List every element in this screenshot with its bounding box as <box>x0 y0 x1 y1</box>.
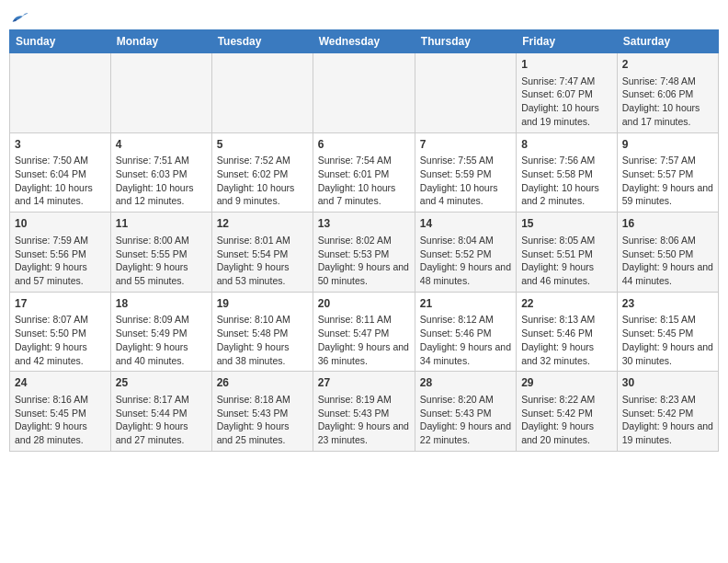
day-number: 16 <box>622 216 713 232</box>
day-number: 29 <box>521 375 612 391</box>
calendar-cell <box>313 53 415 133</box>
calendar-cell: 19Sunrise: 8:10 AMSunset: 5:48 PMDayligh… <box>211 292 313 372</box>
day-info-line: Sunrise: 8:06 AM <box>622 234 713 247</box>
day-number: 21 <box>420 296 511 312</box>
day-info-line: Sunset: 6:07 PM <box>521 87 612 101</box>
week-row-3: 10Sunrise: 7:59 AMSunset: 5:56 PMDayligh… <box>10 213 719 293</box>
calendar-cell: 7Sunrise: 7:55 AMSunset: 5:59 PMDaylight… <box>415 132 516 213</box>
logo <box>9 9 33 26</box>
day-info-line: Daylight: 9 hours and 27 minutes. <box>116 419 207 446</box>
day-number: 7 <box>420 137 511 153</box>
day-info-line: Daylight: 9 hours and 32 minutes. <box>521 340 612 367</box>
calendar-cell: 24Sunrise: 8:16 AMSunset: 5:45 PMDayligh… <box>10 372 111 452</box>
day-number: 22 <box>521 296 612 312</box>
day-info-line: Sunset: 5:45 PM <box>622 327 713 340</box>
day-info-line: Daylight: 9 hours and 28 minutes. <box>15 419 106 446</box>
day-info-line: Daylight: 9 hours and 36 minutes. <box>318 340 410 367</box>
day-header-thursday: Thursday <box>415 30 516 53</box>
calendar-cell: 27Sunrise: 8:19 AMSunset: 5:43 PMDayligh… <box>313 372 415 452</box>
calendar-cell: 16Sunrise: 8:06 AMSunset: 5:50 PMDayligh… <box>617 213 718 293</box>
calendar-cell: 10Sunrise: 7:59 AMSunset: 5:56 PMDayligh… <box>10 213 111 293</box>
day-info-line: Sunrise: 7:56 AM <box>521 154 612 167</box>
week-row-5: 24Sunrise: 8:16 AMSunset: 5:45 PMDayligh… <box>10 372 719 452</box>
day-info-line: Sunrise: 7:52 AM <box>217 154 308 167</box>
day-info-line: Sunrise: 7:59 AM <box>15 234 106 247</box>
day-info-line: Sunrise: 7:55 AM <box>420 154 511 167</box>
day-info-line: Sunset: 5:45 PM <box>15 407 106 420</box>
calendar-cell: 17Sunrise: 8:07 AMSunset: 5:50 PMDayligh… <box>10 292 111 372</box>
day-info-line: Daylight: 10 hours and 17 minutes. <box>622 101 713 128</box>
calendar-cell: 9Sunrise: 7:57 AMSunset: 5:57 PMDaylight… <box>617 132 718 213</box>
day-info-line: Daylight: 9 hours and 30 minutes. <box>622 340 713 367</box>
day-info-line: Sunrise: 8:04 AM <box>420 234 511 247</box>
calendar-cell: 5Sunrise: 7:52 AMSunset: 6:02 PMDaylight… <box>211 132 313 213</box>
calendar-cell: 4Sunrise: 7:51 AMSunset: 6:03 PMDaylight… <box>110 132 211 213</box>
day-info-line: Daylight: 9 hours and 59 minutes. <box>622 181 713 208</box>
day-info-line: Sunrise: 8:07 AM <box>15 313 106 327</box>
day-info-line: Sunset: 6:02 PM <box>217 167 308 181</box>
day-number: 14 <box>420 216 511 232</box>
calendar-cell: 20Sunrise: 8:11 AMSunset: 5:47 PMDayligh… <box>313 292 415 372</box>
day-info-line: Sunrise: 8:15 AM <box>622 313 713 327</box>
day-info-line: Daylight: 9 hours and 23 minutes. <box>318 419 410 446</box>
calendar-cell: 28Sunrise: 8:20 AMSunset: 5:43 PMDayligh… <box>415 372 516 452</box>
day-number: 18 <box>116 296 207 312</box>
day-info-line: Daylight: 9 hours and 25 minutes. <box>217 419 308 446</box>
day-info-line: Sunset: 5:59 PM <box>420 167 511 181</box>
day-number: 2 <box>622 57 713 73</box>
day-number: 8 <box>521 137 612 153</box>
day-info-line: Sunrise: 8:16 AM <box>15 393 106 407</box>
calendar-cell <box>415 53 516 133</box>
day-number: 28 <box>420 375 511 391</box>
day-info-line: Daylight: 9 hours and 38 minutes. <box>217 340 308 367</box>
day-info-line: Daylight: 10 hours and 7 minutes. <box>318 181 410 208</box>
day-info-line: Sunset: 6:06 PM <box>622 87 713 101</box>
day-header-saturday: Saturday <box>617 30 718 53</box>
day-info-line: Daylight: 9 hours and 19 minutes. <box>622 419 713 446</box>
day-info-line: Sunrise: 8:17 AM <box>116 393 207 407</box>
day-info-line: Sunset: 5:42 PM <box>521 407 612 420</box>
day-info-line: Sunrise: 8:20 AM <box>420 393 511 407</box>
day-info-line: Sunset: 5:49 PM <box>116 327 207 340</box>
day-info-line: Sunrise: 7:57 AM <box>622 154 713 167</box>
day-info-line: Sunrise: 8:00 AM <box>116 234 207 247</box>
day-info-line: Sunset: 5:44 PM <box>116 407 207 420</box>
day-info-line: Daylight: 9 hours and 48 minutes. <box>420 260 511 287</box>
calendar-cell: 14Sunrise: 8:04 AMSunset: 5:52 PMDayligh… <box>415 213 516 293</box>
day-info-line: Sunrise: 8:19 AM <box>318 393 410 407</box>
day-info-line: Sunset: 5:50 PM <box>622 247 713 261</box>
day-info-line: Daylight: 9 hours and 53 minutes. <box>217 260 308 287</box>
day-number: 11 <box>116 216 207 232</box>
week-row-1: 1Sunrise: 7:47 AMSunset: 6:07 PMDaylight… <box>10 53 719 133</box>
calendar-cell: 3Sunrise: 7:50 AMSunset: 6:04 PMDaylight… <box>10 132 111 213</box>
day-number: 17 <box>15 296 106 312</box>
day-number: 12 <box>217 216 308 232</box>
calendar-cell: 1Sunrise: 7:47 AMSunset: 6:07 PMDaylight… <box>517 53 618 133</box>
day-info-line: Sunrise: 8:12 AM <box>420 313 511 327</box>
day-info-line: Sunset: 5:53 PM <box>318 247 410 261</box>
day-info-line: Sunset: 5:43 PM <box>318 407 410 420</box>
calendar-cell: 12Sunrise: 8:01 AMSunset: 5:54 PMDayligh… <box>211 213 313 293</box>
day-info-line: Sunset: 5:43 PM <box>420 407 511 420</box>
day-info-line: Sunset: 5:46 PM <box>521 327 612 340</box>
calendar-cell: 8Sunrise: 7:56 AMSunset: 5:58 PMDaylight… <box>517 132 618 213</box>
day-number: 5 <box>217 137 308 153</box>
day-info-line: Sunrise: 7:51 AM <box>116 154 207 167</box>
calendar-cell: 29Sunrise: 8:22 AMSunset: 5:42 PMDayligh… <box>517 372 618 452</box>
calendar-cell: 22Sunrise: 8:13 AMSunset: 5:46 PMDayligh… <box>517 292 618 372</box>
day-info-line: Daylight: 9 hours and 50 minutes. <box>318 260 410 287</box>
calendar-cell: 21Sunrise: 8:12 AMSunset: 5:46 PMDayligh… <box>415 292 516 372</box>
calendar-table: SundayMondayTuesdayWednesdayThursdayFrid… <box>9 29 719 452</box>
day-number: 4 <box>116 137 207 153</box>
day-info-line: Sunset: 5:51 PM <box>521 247 612 261</box>
day-info-line: Daylight: 10 hours and 19 minutes. <box>521 101 612 128</box>
day-info-line: Sunset: 5:55 PM <box>116 247 207 261</box>
day-header-wednesday: Wednesday <box>313 30 415 53</box>
day-info-line: Daylight: 9 hours and 20 minutes. <box>521 419 612 446</box>
day-info-line: Daylight: 10 hours and 14 minutes. <box>15 181 106 208</box>
calendar-cell: 25Sunrise: 8:17 AMSunset: 5:44 PMDayligh… <box>110 372 211 452</box>
day-info-line: Sunrise: 7:47 AM <box>521 75 612 88</box>
day-info-line: Daylight: 9 hours and 22 minutes. <box>420 419 511 446</box>
day-info-line: Sunset: 6:04 PM <box>15 167 106 181</box>
day-info-line: Sunrise: 8:22 AM <box>521 393 612 407</box>
